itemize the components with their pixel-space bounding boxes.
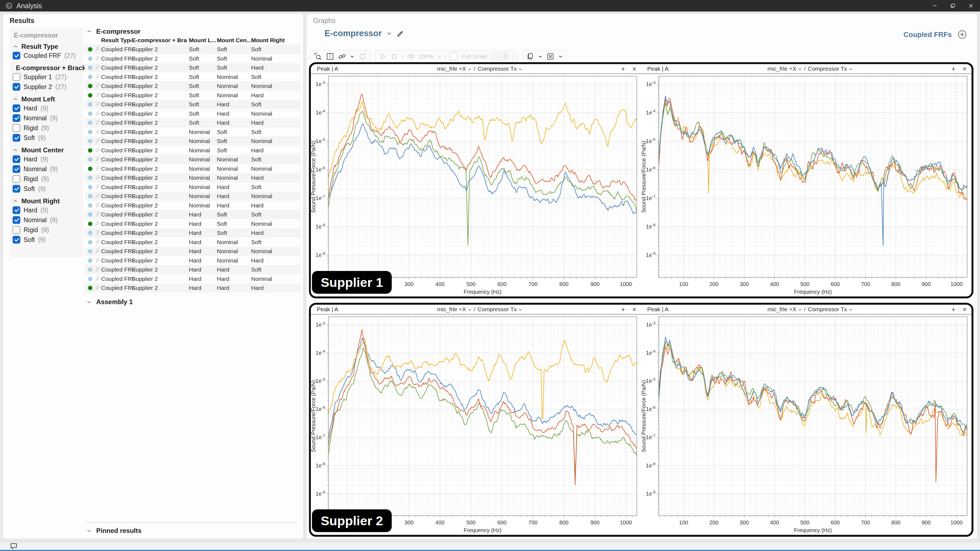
table-row[interactable]: Coupled FRFSupplier 2SoftSoftSoft bbox=[85, 44, 301, 54]
table-row[interactable]: Coupled FRFSupplier 2SoftNominalNominal bbox=[85, 81, 301, 91]
restore-button[interactable] bbox=[944, 0, 962, 11]
reference-selector[interactable]: Compressor Tx bbox=[477, 306, 522, 312]
table-row[interactable]: Coupled FRFSupplier 2NominalHardNominal bbox=[85, 192, 301, 201]
tab-coupled-frfs[interactable]: Coupled FRFs bbox=[904, 30, 952, 39]
reference-selector[interactable]: Compressor Tx bbox=[808, 306, 853, 312]
pin-icon[interactable] bbox=[94, 119, 100, 126]
checkbox[interactable] bbox=[13, 83, 20, 91]
filter-section-header[interactable]: Mount Right bbox=[13, 197, 82, 205]
filter-section-header[interactable]: Result Type bbox=[13, 43, 82, 51]
pin-icon[interactable] bbox=[94, 129, 100, 135]
filter-item[interactable]: Rigid(9) bbox=[13, 225, 82, 235]
reference-selector[interactable]: Compressor Tx bbox=[477, 65, 522, 72]
column-header[interactable]: Result Type bbox=[101, 37, 131, 44]
table-row[interactable]: Coupled FRFSupplier 2HardSoftNominal bbox=[85, 219, 301, 229]
checkbox[interactable] bbox=[13, 226, 20, 234]
checkbox[interactable] bbox=[13, 165, 20, 173]
frf-chart[interactable]: 1e-31e-41e-51e-61e-71e-81e-9100200300400… bbox=[311, 315, 641, 535]
checkbox[interactable] bbox=[13, 236, 20, 244]
copy-icon[interactable] bbox=[526, 52, 534, 60]
link-icon[interactable] bbox=[338, 52, 346, 60]
chevron-down-icon[interactable] bbox=[538, 55, 542, 58]
filter-item[interactable]: Supplier 2(27) bbox=[13, 82, 82, 92]
checkbox[interactable] bbox=[13, 216, 20, 224]
chevron-down-icon[interactable] bbox=[437, 55, 442, 58]
add-to-plot-button[interactable]: + bbox=[951, 306, 956, 312]
table-row[interactable]: Coupled FRFSupplier 2HardHardSoft bbox=[85, 265, 301, 274]
frf-chart[interactable]: 1e-31e-41e-51e-61e-71e-81e-9100200300400… bbox=[641, 75, 972, 297]
table-row[interactable]: Coupled FRFSupplier 2HardNominalSoft bbox=[85, 238, 301, 247]
full-scale-input[interactable]: 0 bbox=[491, 52, 509, 60]
channel-selector[interactable]: mic_frle +X bbox=[768, 65, 802, 72]
channel-selector[interactable]: mic_frle +X bbox=[437, 306, 472, 312]
pin-icon[interactable] bbox=[94, 285, 100, 291]
pin-icon[interactable] bbox=[94, 257, 100, 264]
pin-icon[interactable] bbox=[94, 202, 100, 209]
table-view-icon[interactable] bbox=[326, 52, 334, 60]
checkbox[interactable] bbox=[13, 175, 20, 183]
pin-icon[interactable] bbox=[94, 74, 100, 80]
filter-item[interactable]: Nominal(9) bbox=[13, 215, 82, 225]
table-row[interactable]: Coupled FRFSupplier 2NominalSoftNominal bbox=[85, 137, 301, 146]
pin-icon[interactable] bbox=[94, 193, 100, 200]
table-row[interactable]: Coupled FRFSupplier 2SoftSoftHard bbox=[85, 63, 301, 72]
table-row[interactable]: Coupled FRFSupplier 2NominalHardHard bbox=[85, 201, 301, 210]
checkbox[interactable] bbox=[13, 73, 20, 81]
close-plot-button[interactable]: × bbox=[963, 66, 967, 72]
pin-icon[interactable] bbox=[94, 165, 100, 172]
table-row[interactable]: Coupled FRFSupplier 2HardSoftSoft bbox=[85, 210, 301, 219]
column-header[interactable]: E-compressor + Brack... bbox=[132, 37, 187, 44]
pin-icon[interactable] bbox=[94, 110, 100, 117]
pin-icon[interactable] bbox=[94, 230, 100, 236]
close-plot-button[interactable]: × bbox=[963, 306, 967, 312]
add-to-plot-button[interactable]: + bbox=[621, 306, 625, 312]
table-row[interactable]: Coupled FRFSupplier 2HardNominalHard bbox=[85, 256, 301, 265]
pin-icon[interactable] bbox=[94, 239, 100, 246]
channel-selector[interactable]: mic_frle +X bbox=[437, 65, 472, 72]
stop-icon[interactable] bbox=[391, 52, 398, 60]
pin-icon[interactable] bbox=[94, 221, 100, 227]
pin-icon[interactable] bbox=[94, 101, 100, 108]
pin-icon[interactable] bbox=[94, 138, 100, 144]
pin-icon[interactable] bbox=[94, 175, 100, 181]
frf-chart[interactable]: 1e-31e-41e-51e-61e-71e-81e-9100200300400… bbox=[641, 315, 972, 535]
close-button[interactable] bbox=[962, 0, 980, 11]
table-row[interactable]: Coupled FRFSupplier 2NominalSoftSoft bbox=[85, 127, 301, 137]
chevron-down-icon[interactable] bbox=[387, 32, 392, 35]
table-row[interactable]: Coupled FRFSupplier 2SoftHardSoft bbox=[85, 100, 301, 109]
pin-icon[interactable] bbox=[94, 56, 100, 62]
filter-section-header[interactable]: Mount Center bbox=[13, 146, 82, 154]
checkbox[interactable] bbox=[13, 52, 20, 59]
table-group-header[interactable]: E-compressor bbox=[85, 27, 140, 36]
table-row[interactable]: Coupled FRFSupplier 2NominalSoftHard bbox=[85, 146, 301, 155]
refresh-icon[interactable] bbox=[358, 52, 366, 60]
filter-item[interactable]: Rigid(9) bbox=[13, 174, 82, 184]
add-circle-icon[interactable] bbox=[957, 30, 967, 40]
pin-icon[interactable] bbox=[94, 83, 100, 89]
filter-item[interactable]: Coupled FRF(27) bbox=[13, 51, 82, 60]
filter-item[interactable]: Supplier 1(27) bbox=[13, 72, 82, 82]
pin-icon[interactable] bbox=[94, 64, 100, 71]
clear-layout-icon[interactable] bbox=[546, 52, 555, 60]
dataset-selector[interactable]: E-compressor bbox=[325, 29, 382, 38]
pin-icon[interactable] bbox=[94, 211, 100, 218]
table-row[interactable]: Coupled FRFSupplier 2NominalNominalHard bbox=[85, 173, 301, 183]
filter-item[interactable]: Nominal(9) bbox=[13, 113, 82, 123]
table-row[interactable]: Coupled FRFSupplier 2SoftHardHard bbox=[85, 118, 301, 127]
pin-icon[interactable] bbox=[94, 156, 100, 163]
checkbox[interactable] bbox=[13, 105, 20, 112]
assembly-group-header[interactable]: Assembly 1 bbox=[85, 297, 133, 307]
filter-item[interactable]: Soft(9) bbox=[13, 184, 82, 194]
checkbox[interactable] bbox=[13, 156, 20, 163]
checkbox[interactable] bbox=[13, 114, 20, 122]
speaker-icon[interactable] bbox=[407, 52, 415, 60]
pin-icon[interactable] bbox=[94, 248, 100, 254]
pin-icon[interactable] bbox=[94, 184, 100, 191]
checkbox[interactable] bbox=[13, 185, 20, 193]
filter-item[interactable]: Hard(9) bbox=[13, 205, 82, 215]
frf-chart[interactable]: 1e-31e-41e-51e-61e-71e-81e-9100200300400… bbox=[311, 75, 641, 297]
column-header[interactable]: Mount Right bbox=[251, 37, 292, 44]
table-row[interactable]: Coupled FRFSupplier 2NominalNominalSoft bbox=[85, 155, 301, 164]
zoom-select-icon[interactable] bbox=[314, 52, 322, 60]
full-scale-checkbox[interactable] bbox=[450, 52, 458, 60]
